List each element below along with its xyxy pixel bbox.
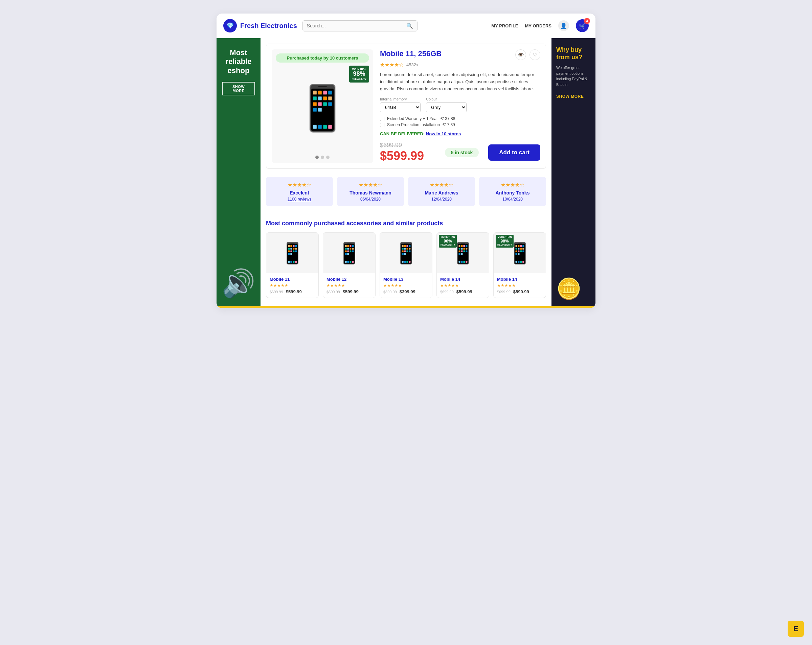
product-tile-1[interactable]: 📱 Mobile 12 ★★★★★ $699.99 $599.99 [323, 232, 375, 298]
tile-stars-1: ★★★★★ [327, 283, 372, 288]
dot-1[interactable] [315, 156, 319, 159]
my-profile-link[interactable]: MY PROFILE [491, 23, 518, 28]
purchased-badge: Purchased today by 10 customers [276, 53, 369, 63]
right-banner-show-more[interactable]: SHOW MORE [556, 94, 591, 99]
tile-pricing-1: $699.99 $599.99 [327, 289, 372, 294]
tile-sale-0: $599.99 [286, 289, 302, 294]
original-price: $699.99 [380, 142, 424, 149]
product-description: Lorem ipsum dolor sit amet, consectetur … [380, 72, 540, 92]
colour-select[interactable]: Grey Black White [426, 102, 467, 112]
delivery-label: CAN BE DELIVERED: [380, 131, 424, 136]
colour-selector-group: Colour Grey Black White [426, 97, 467, 112]
product-tile-2[interactable]: 📱 Mobile 13 ★★★★★ $899.99 $399.99 [380, 232, 432, 298]
product-tile-info-3: Mobile 14 ★★★★★ $699.99 $599.99 [437, 273, 489, 297]
search-input[interactable] [307, 23, 406, 28]
product-tile-info-1: Mobile 12 ★★★★★ $699.99 $599.99 [323, 273, 375, 297]
review-card-0: ★★★★☆ Excelent 1100 reviews [266, 177, 333, 206]
bitcoin-image: 🪙 [556, 277, 591, 306]
screen-price: £17.39 [443, 122, 455, 127]
wish-icons: 👁️ ♡ [515, 49, 540, 60]
tile-stars-2: ★★★★★ [383, 283, 429, 288]
tile-pricing-3: $699.99 $599.99 [440, 289, 485, 294]
warranty-checkbox[interactable] [380, 117, 385, 121]
warranty-price: £137.88 [441, 116, 455, 121]
tile-pricing-0: $699.99 $599.99 [270, 289, 315, 294]
product-tile-3[interactable]: MORE THAN98%RELIABILITY 📱 Mobile 14 ★★★★… [437, 232, 489, 298]
product-tile-img-2: 📱 [380, 233, 432, 273]
product-image-dots [315, 156, 330, 159]
search-icon: 🔍 [406, 23, 413, 29]
bottom-badge[interactable]: E [788, 621, 804, 637]
similar-title: Most commonly purchased accessories and … [266, 220, 546, 227]
search-bar[interactable]: 🔍 [302, 20, 418, 32]
review-sub-0[interactable]: 1100 reviews [271, 197, 328, 201]
review-name-0: Excelent [271, 190, 328, 195]
tile-name-4: Mobile 14 [497, 277, 542, 282]
product-tile-img-3: MORE THAN98%RELIABILITY 📱 [437, 233, 489, 273]
tile-orig-1: $699.99 [327, 290, 340, 294]
dot-2[interactable] [321, 156, 324, 159]
tile-orig-4: $699.99 [497, 290, 511, 294]
review-stars-0: ★★★★☆ [271, 181, 328, 188]
colour-label: Colour [426, 97, 467, 101]
share-icon[interactable]: 👁️ [515, 49, 526, 60]
product-tile-info-2: Mobile 13 ★★★★★ $899.99 $399.99 [380, 273, 432, 297]
product-card: Purchased today by 10 customers MORE THA… [266, 44, 546, 169]
review-name-3: Anthony Tonks [484, 190, 541, 195]
add-to-cart-button[interactable]: Add to cart [488, 145, 540, 161]
cart-button[interactable]: 🛒 4 [576, 19, 589, 32]
review-card-2: ★★★★☆ Marie Andrews 12/04/2020 [408, 177, 475, 206]
tile-sale-2: $399.99 [400, 289, 415, 294]
left-banner-show-more[interactable]: SHOW MORE [222, 82, 255, 95]
tile-pricing-2: $899.99 $399.99 [383, 289, 429, 294]
product-image-area: Purchased today by 10 customers MORE THA… [272, 49, 373, 163]
speaker-image: 🔊 [221, 268, 255, 299]
tile-orig-0: $699.99 [270, 290, 283, 294]
tile-name-1: Mobile 12 [327, 277, 372, 282]
stars-area: ★★★★☆ 4532x [380, 61, 540, 68]
tile-sale-1: $599.99 [343, 289, 359, 294]
product-tile-img-1: 📱 [323, 233, 375, 273]
delivery-link[interactable]: Now in 10 stores [426, 131, 461, 136]
review-date-3: 10/04/2020 [484, 197, 541, 201]
memory-selector-group: Internal memory 64GB 128GB 256GB [380, 97, 421, 112]
cart-badge: 4 [584, 18, 590, 24]
review-stars-3: ★★★★☆ [484, 181, 541, 188]
dot-3[interactable] [326, 156, 330, 159]
products-grid: 📱 Mobile 11 ★★★★★ $699.99 $599.99 📱 [266, 232, 546, 298]
memory-select[interactable]: 64GB 128GB 256GB [380, 102, 421, 112]
review-name-1: Thomas Newmann [342, 190, 399, 195]
product-tile-img-4: MORE THAN98%RELIABILITY 📱 [494, 233, 546, 273]
left-banner-title: Most reliable eshop [222, 48, 255, 75]
screen-checkbox[interactable] [380, 123, 385, 127]
product-stars: ★★★★☆ [380, 61, 404, 68]
product-tile-info-4: Mobile 14 ★★★★★ $699.99 $599.99 [494, 273, 546, 297]
tile-name-2: Mobile 13 [383, 277, 429, 282]
tile-stars-0: ★★★★★ [270, 283, 315, 288]
product-selectors: Internal memory 64GB 128GB 256GB Colour [380, 97, 540, 112]
review-name-2: Marie Andrews [413, 190, 470, 195]
review-date-2: 12/04/2020 [413, 197, 470, 201]
review-card-3: ★★★★☆ Anthony Tonks 10/04/2020 [479, 177, 546, 206]
logo-area: 💎 Fresh Electronics [223, 19, 297, 32]
review-card-1: ★★★★☆ Thomas Newmann 06/04/2020 [337, 177, 404, 206]
tile-sale-3: $599.99 [456, 289, 472, 294]
product-title: Mobile 11, 256GB [380, 49, 441, 58]
reviews-grid: ★★★★☆ Excelent 1100 reviews ★★★★☆ Thomas… [266, 177, 546, 206]
product-tile-0[interactable]: 📱 Mobile 11 ★★★★★ $699.99 $599.99 [266, 232, 319, 298]
product-tile-info-0: Mobile 11 ★★★★★ $699.99 $599.99 [266, 273, 318, 297]
product-tile-4[interactable]: MORE THAN98%RELIABILITY 📱 Mobile 14 ★★★★… [493, 232, 546, 298]
right-banner-title: Why buy from us? [556, 46, 591, 61]
my-orders-link[interactable]: MY ORDERS [525, 23, 552, 28]
memory-label: Internal memory [380, 97, 421, 101]
reviews-section: ★★★★☆ Excelent 1100 reviews ★★★★☆ Thomas… [261, 177, 551, 220]
product-details: Mobile 11, 256GB 👁️ ♡ ★★★★☆ 4532x Lorem … [380, 49, 540, 163]
tile-stars-3: ★★★★★ [440, 283, 485, 288]
tile-reliability-badge-3: MORE THAN98%RELIABILITY [439, 235, 457, 247]
similar-section: Most commonly purchased accessories and … [261, 220, 551, 306]
tile-name-3: Mobile 14 [440, 277, 485, 282]
profile-icon[interactable]: 👤 [558, 20, 569, 31]
tile-reliability-badge-4: MORE THAN98%RELIABILITY [496, 235, 514, 247]
wishlist-icon[interactable]: ♡ [530, 49, 540, 60]
brand-name: Fresh Electronics [240, 22, 297, 30]
